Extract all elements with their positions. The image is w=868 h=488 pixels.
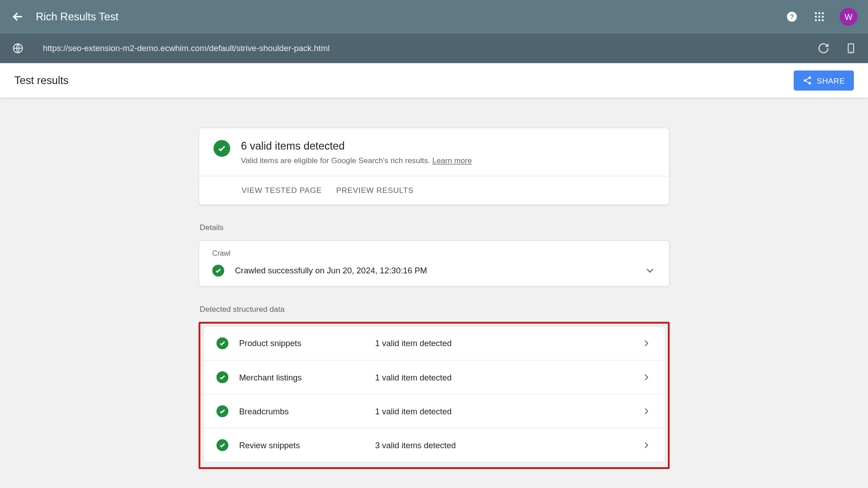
share-label: SHARE	[817, 76, 845, 85]
item-status: 1 valid item detected	[375, 338, 631, 348]
item-status: 1 valid item detected	[375, 372, 631, 382]
chevron-down-icon[interactable]	[644, 265, 656, 277]
svg-point-10	[822, 19, 824, 21]
structured-data-row[interactable]: Merchant listings1 valid item detected	[203, 361, 665, 394]
share-button[interactable]: SHARE	[793, 70, 854, 91]
chevron-right-icon	[641, 372, 652, 383]
url-bar: https://seo-extension-m2-demo.ecwhim.com…	[0, 33, 868, 63]
item-check-icon	[217, 338, 228, 349]
apps-grid-icon[interactable]	[812, 9, 826, 24]
summary-subtitle-text: Valid items are eligible for Google Sear…	[241, 156, 432, 165]
structured-data-row[interactable]: Review snippets3 valid items detected	[203, 428, 665, 462]
summary-card: 6 valid items detected Valid items are e…	[198, 127, 670, 205]
item-name: Merchant listings	[239, 372, 364, 382]
crawl-label: Crawl	[199, 241, 669, 258]
share-icon	[802, 76, 812, 85]
item-check-icon	[217, 371, 228, 383]
svg-point-14	[808, 76, 811, 79]
svg-point-5	[815, 16, 816, 18]
item-status: 3 valid items detected	[375, 441, 631, 450]
svg-point-3	[818, 12, 820, 14]
success-check-icon	[213, 140, 230, 157]
svg-text:?: ?	[790, 13, 794, 20]
tested-url[interactable]: https://seo-extension-m2-demo.ecwhim.com…	[43, 43, 817, 53]
header-icon-group: ? W	[785, 8, 858, 26]
summary-text: 6 valid items detected Valid items are e…	[241, 140, 472, 165]
preview-results-button[interactable]: PREVIEW RESULTS	[336, 186, 414, 195]
item-name: Product snippets	[239, 338, 364, 348]
structured-data-row[interactable]: Breadcrumbs1 valid item detected	[203, 394, 665, 428]
chevron-right-icon	[641, 406, 652, 417]
svg-point-16	[808, 82, 811, 84]
details-section-label: Details	[200, 223, 670, 232]
structured-data-list: Product snippets1 valid item detectedMer…	[203, 326, 665, 462]
app-title: Rich Results Test	[36, 10, 785, 23]
summary-top: 6 valid items detected Valid items are e…	[199, 128, 669, 177]
svg-point-8	[815, 19, 816, 21]
content-area: 6 valid items detected Valid items are e…	[0, 98, 868, 488]
summary-title: 6 valid items detected	[241, 140, 472, 153]
chevron-right-icon	[641, 338, 652, 349]
crawl-check-icon	[212, 265, 224, 277]
url-actions	[817, 42, 858, 55]
smartphone-icon[interactable]	[844, 42, 858, 55]
center-column: 6 valid items detected Valid items are e…	[198, 127, 670, 488]
back-arrow-icon[interactable]	[11, 9, 25, 24]
avatar-initial: W	[844, 12, 852, 21]
svg-point-2	[815, 12, 816, 14]
item-status: 1 valid item detected	[375, 407, 631, 416]
item-name: Breadcrumbs	[239, 407, 364, 416]
svg-point-6	[818, 16, 820, 18]
svg-point-9	[818, 19, 820, 21]
crawl-card[interactable]: Crawl Crawled successfully on Jun 20, 20…	[198, 240, 670, 287]
structured-data-section-label: Detected structured data	[200, 305, 670, 314]
view-tested-page-button[interactable]: VIEW TESTED PAGE	[241, 186, 322, 195]
item-check-icon	[217, 439, 228, 451]
crawl-row: Crawled successfully on Jun 20, 2024, 12…	[199, 258, 669, 286]
svg-point-4	[822, 12, 824, 14]
svg-point-15	[804, 79, 806, 81]
crawl-status-text: Crawled successfully on Jun 20, 2024, 12…	[235, 266, 633, 275]
avatar[interactable]: W	[840, 8, 858, 26]
refresh-icon[interactable]	[817, 42, 830, 55]
structured-data-highlight: Product snippets1 valid item detectedMer…	[198, 322, 670, 469]
item-name: Review snippets	[239, 441, 364, 450]
chevron-right-icon	[641, 440, 652, 450]
summary-actions: VIEW TESTED PAGE PREVIEW RESULTS	[199, 176, 669, 204]
summary-subtitle: Valid items are eligible for Google Sear…	[241, 156, 472, 165]
globe-icon	[11, 41, 25, 56]
page-title: Test results	[14, 74, 794, 87]
subheader: Test results SHARE	[0, 63, 868, 98]
learn-more-link[interactable]: Learn more	[432, 156, 472, 165]
svg-point-7	[822, 16, 824, 18]
app-header: Rich Results Test ? W	[0, 0, 868, 33]
structured-data-row[interactable]: Product snippets1 valid item detected	[203, 327, 665, 361]
help-icon[interactable]: ?	[785, 9, 799, 24]
item-check-icon	[217, 405, 228, 417]
